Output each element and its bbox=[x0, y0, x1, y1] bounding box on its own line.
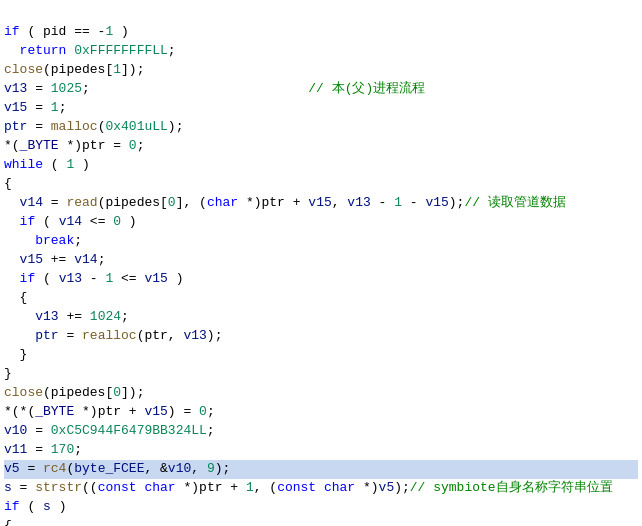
code-token: v14 bbox=[59, 213, 82, 232]
code-token: if bbox=[20, 213, 36, 232]
code-token: *(*( bbox=[4, 403, 35, 422]
code-line: s = strstr((const char *)ptr + 1, (const… bbox=[4, 479, 638, 498]
code-token: ; bbox=[121, 308, 129, 327]
code-token: = bbox=[27, 422, 50, 441]
code-line: if ( pid == -1 ) bbox=[4, 23, 638, 42]
code-token: if bbox=[20, 270, 36, 289]
code-token: 1 bbox=[394, 194, 402, 213]
code-token: s bbox=[4, 479, 12, 498]
code-token: v15 bbox=[144, 270, 167, 289]
code-token: v15 bbox=[20, 251, 43, 270]
code-line: v10 = 0xC5C944F6479BB324LL; bbox=[4, 422, 638, 441]
code-token: ( bbox=[66, 460, 74, 479]
code-token: s bbox=[43, 498, 51, 517]
code-token: ], ( bbox=[176, 194, 207, 213]
code-token: ; bbox=[137, 137, 145, 156]
code-token: ; bbox=[74, 232, 82, 251]
code-token: *)ptr = bbox=[59, 137, 129, 156]
code-token: 0xC5C944F6479BB324LL bbox=[51, 422, 207, 441]
code-line: { bbox=[4, 289, 638, 308]
code-token: v15 bbox=[144, 403, 167, 422]
code-token: v5 bbox=[4, 460, 20, 479]
code-token: , bbox=[191, 460, 207, 479]
code-token: 0 bbox=[129, 137, 137, 156]
code-token: ( bbox=[20, 498, 43, 517]
code-token: ); bbox=[394, 479, 410, 498]
code-token: 1024 bbox=[90, 308, 121, 327]
code-token: break bbox=[35, 232, 74, 251]
code-token: close bbox=[4, 61, 43, 80]
code-token: *)ptr + bbox=[74, 403, 144, 422]
code-token: v13 bbox=[59, 270, 82, 289]
code-line: v11 = 170; bbox=[4, 441, 638, 460]
code-token: // 读取管道数据 bbox=[464, 194, 565, 213]
code-token: = bbox=[59, 327, 82, 346]
code-token: ) bbox=[168, 270, 184, 289]
code-token: ) = bbox=[168, 403, 199, 422]
code-line: v13 = 1025; // 本(父)进程流程 bbox=[4, 80, 638, 99]
code-token: = bbox=[12, 479, 35, 498]
code-token: v13 bbox=[4, 80, 27, 99]
code-token: - bbox=[82, 270, 105, 289]
code-token: = bbox=[27, 80, 50, 99]
code-line: close(pipedes[0]); bbox=[4, 384, 638, 403]
code-line: ptr = malloc(0x401uLL); bbox=[4, 118, 638, 137]
code-token: v10 bbox=[168, 460, 191, 479]
code-line: } bbox=[4, 365, 638, 384]
code-token: 0 bbox=[113, 213, 121, 232]
code-token: close bbox=[4, 384, 43, 403]
code-line: if ( v13 - 1 <= v15 ) bbox=[4, 270, 638, 289]
code-token: , & bbox=[144, 460, 167, 479]
code-token: char bbox=[324, 479, 355, 498]
code-token bbox=[4, 308, 35, 327]
code-token bbox=[4, 327, 35, 346]
code-token: const bbox=[277, 479, 316, 498]
code-token: ; bbox=[59, 99, 67, 118]
code-line: if ( v14 <= 0 ) bbox=[4, 213, 638, 232]
code-token: ; bbox=[207, 403, 215, 422]
code-token: ( bbox=[35, 213, 58, 232]
code-token bbox=[4, 213, 20, 232]
code-token: ]); bbox=[121, 61, 144, 80]
code-line: v14 = read(pipedes[0], (char *)ptr + v15… bbox=[4, 194, 638, 213]
code-token: v10 bbox=[4, 422, 27, 441]
code-token: v15 bbox=[425, 194, 448, 213]
code-line: *(_BYTE *)ptr = 0; bbox=[4, 137, 638, 156]
code-token: // symbiote自身名称字符串位置 bbox=[410, 479, 613, 498]
code-line: v15 += v14; bbox=[4, 251, 638, 270]
code-token bbox=[66, 42, 74, 61]
code-line: { bbox=[4, 175, 638, 194]
code-token: ) bbox=[51, 498, 67, 517]
code-token: return bbox=[20, 42, 67, 61]
code-token: } bbox=[4, 346, 27, 365]
code-token: ) bbox=[121, 213, 137, 232]
code-token: = bbox=[27, 118, 50, 137]
code-token: (ptr, bbox=[137, 327, 184, 346]
code-token: - bbox=[371, 194, 394, 213]
code-token: 1 bbox=[105, 23, 113, 42]
code-token: v15 bbox=[4, 99, 27, 118]
code-token: if bbox=[4, 23, 20, 42]
code-token: = bbox=[27, 99, 50, 118]
code-token: (pipedes[ bbox=[98, 194, 168, 213]
code-token: (pipedes[ bbox=[43, 384, 113, 403]
code-token: ); bbox=[207, 327, 223, 346]
code-token: ( bbox=[35, 270, 58, 289]
code-token: = bbox=[27, 441, 50, 460]
code-token: 0x401uLL bbox=[105, 118, 167, 137]
code-token bbox=[4, 194, 20, 213]
code-token: 1 bbox=[105, 270, 113, 289]
code-token: ( bbox=[43, 156, 66, 175]
code-line: v5 = rc4(byte_FCEE, &v10, 9); bbox=[4, 460, 638, 479]
code-token: v13 bbox=[347, 194, 370, 213]
code-token: 9 bbox=[207, 460, 215, 479]
code-token: = bbox=[43, 194, 66, 213]
code-token: ; bbox=[207, 422, 215, 441]
code-line: if ( s ) bbox=[4, 498, 638, 517]
code-token bbox=[4, 42, 20, 61]
code-token: 1 bbox=[51, 99, 59, 118]
code-token: ; bbox=[98, 251, 106, 270]
code-line: } bbox=[4, 346, 638, 365]
code-token: ) bbox=[113, 23, 129, 42]
code-token: char bbox=[207, 194, 238, 213]
